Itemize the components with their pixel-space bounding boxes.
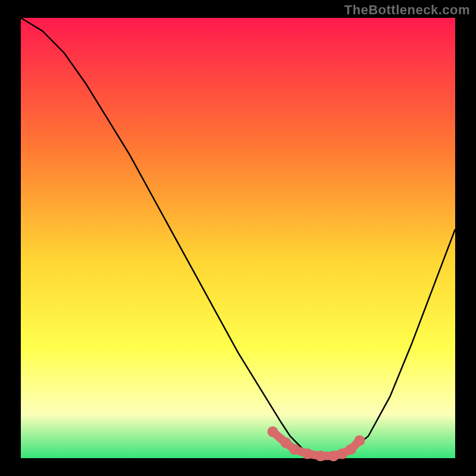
optimal-range-dot [267,427,278,437]
optimal-range-dot [289,444,300,455]
watermark-text: TheBottleneck.com [345,2,470,18]
bottleneck-chart [0,0,476,476]
optimal-range-dot [280,437,291,448]
optimal-range-dot [302,449,313,459]
chart-root: TheBottleneck.com [0,0,476,476]
optimal-range-dot [346,444,356,455]
optimal-range-dot [354,435,365,446]
optimal-range-dot [315,450,326,461]
